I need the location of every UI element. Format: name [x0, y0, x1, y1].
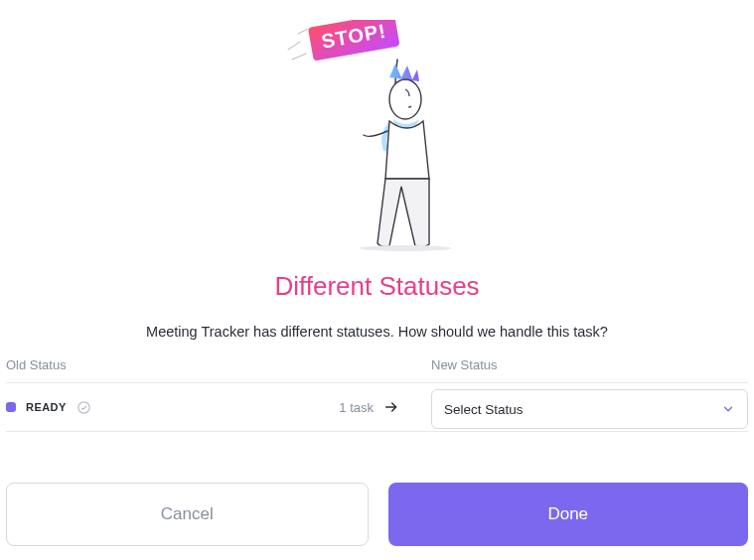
new-status-header: New Status: [431, 357, 748, 372]
dialog-subtitle: Meeting Tracker has different statuses. …: [6, 324, 748, 340]
svg-point-6: [78, 401, 89, 412]
stop-illustration: STOP!: [6, 0, 748, 263]
check-circle-icon: [76, 400, 91, 415]
dialog-footer: Cancel Done: [6, 483, 748, 546]
divider: [6, 431, 748, 432]
new-status-select[interactable]: Select Status: [431, 389, 748, 429]
status-row: READY 1 task: [6, 383, 399, 431]
svg-line-1: [292, 54, 306, 60]
done-button[interactable]: Done: [388, 483, 749, 546]
svg-point-4: [389, 79, 421, 119]
arrow-right-icon: [383, 399, 399, 415]
status-color-swatch: [6, 402, 16, 412]
svg-point-5: [360, 245, 451, 251]
chevron-down-icon: [721, 402, 735, 416]
select-placeholder: Select Status: [444, 402, 524, 417]
illustration-svg: STOP!: [278, 20, 477, 253]
svg-line-2: [298, 29, 308, 34]
old-status-name: READY: [26, 401, 67, 413]
dialog-title: Different Statuses: [6, 271, 748, 302]
task-count: 1 task: [339, 400, 374, 415]
svg-line-0: [288, 42, 300, 50]
cancel-button[interactable]: Cancel: [6, 483, 369, 546]
old-status-header: Old Status: [6, 357, 399, 372]
